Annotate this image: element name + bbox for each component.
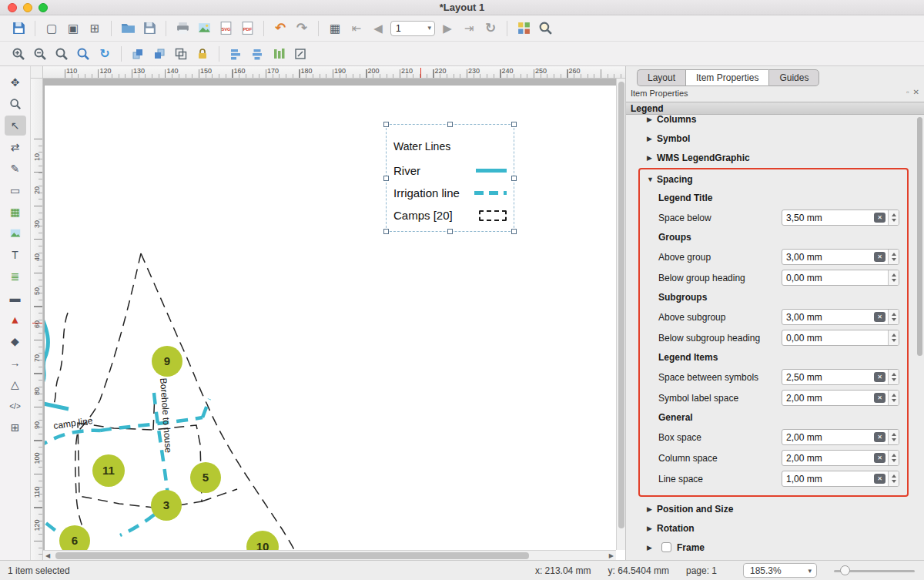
space-between-symbols-field[interactable]: 2,50 mm ✕	[782, 369, 899, 385]
clear-value-icon[interactable]: ✕	[874, 312, 886, 322]
section-frame[interactable]: ▶ Frame	[626, 538, 924, 557]
zoom-tool-button[interactable]	[5, 94, 26, 114]
legend-item[interactable]: Water Lines River Irrigation line Camps …	[386, 124, 514, 232]
clear-value-icon[interactable]: ✕	[874, 213, 886, 223]
pan-tool-button[interactable]: ✥	[5, 72, 26, 92]
column-space-field[interactable]: 2,00 mm ✕	[782, 450, 899, 466]
align-left-button[interactable]	[226, 44, 246, 64]
add-html-button[interactable]: </>	[5, 396, 26, 416]
add-items-from-template-button[interactable]	[118, 18, 138, 39]
horizontal-scrollbar[interactable]: ◀ ▶	[43, 550, 616, 560]
section-spacing[interactable]: ▼ Spacing	[640, 169, 907, 189]
export-image-button[interactable]	[194, 18, 214, 39]
scroll-left-icon[interactable]: ◀	[45, 552, 50, 559]
select-move-item-tool-button[interactable]: ↖	[5, 116, 26, 136]
zoom-out-button[interactable]	[30, 44, 50, 64]
atlas-preview-button[interactable]: ▦	[325, 18, 345, 39]
spinner[interactable]	[888, 391, 899, 405]
layout-page[interactable]: 9 11 5 3 6 10 camp line	[44, 85, 625, 560]
add-legend-button[interactable]: ≣	[5, 267, 26, 287]
lower-items-button[interactable]	[149, 44, 169, 64]
clear-value-icon[interactable]: ✕	[874, 252, 886, 262]
export-svg-button[interactable]: SVG	[216, 18, 236, 39]
atlas-refresh-button[interactable]: ↻	[480, 18, 500, 39]
resize-items-button[interactable]	[290, 44, 310, 64]
add-map-button[interactable]: ▦	[5, 202, 26, 222]
export-pdf-button[interactable]: PDF	[237, 18, 257, 39]
spinner[interactable]	[888, 430, 899, 444]
layout-manager-button[interactable]: ⊞	[85, 18, 105, 39]
zoom-level-select[interactable]: 185.3% ▾	[743, 563, 817, 578]
spinner[interactable]	[888, 250, 899, 264]
space-below-field[interactable]: 3,50 mm ✕	[782, 210, 899, 226]
selection-handle[interactable]	[511, 229, 517, 234]
symbol-label-space-field[interactable]: 2,00 mm ✕	[782, 390, 899, 406]
spinner[interactable]	[888, 210, 899, 225]
section-rotation[interactable]: ▶ Rotation	[626, 518, 924, 538]
selection-handle[interactable]	[383, 122, 389, 127]
duplicate-layout-button[interactable]: ▣	[63, 18, 83, 39]
add-north-arrow-button[interactable]: ▲	[5, 310, 26, 330]
atlas-next-feature-button[interactable]: ▶	[437, 18, 457, 39]
move-item-content-tool-button[interactable]: ⇄	[5, 137, 26, 157]
zoom-full-extent-button[interactable]	[73, 44, 93, 64]
map-item[interactable]: 9 11 5 3 6 10 camp line	[45, 85, 625, 560]
selection-handle[interactable]	[383, 176, 389, 181]
tab-guides[interactable]: Guides	[768, 69, 819, 86]
below-group-heading-field[interactable]: 0,00 mm	[782, 270, 899, 286]
spinner[interactable]	[888, 370, 899, 384]
clear-value-icon[interactable]: ✕	[874, 432, 886, 442]
zoom-slider[interactable]	[834, 565, 915, 577]
above-group-field[interactable]: 3,00 mm ✕	[782, 249, 899, 265]
clear-value-icon[interactable]: ✕	[874, 372, 886, 382]
clear-value-icon[interactable]: ✕	[874, 453, 886, 463]
edit-nodes-tool-button[interactable]: ✎	[5, 159, 26, 179]
selection-handle[interactable]	[511, 122, 517, 127]
new-layout-button[interactable]: ▢	[42, 18, 62, 39]
add-label-button[interactable]: T	[5, 245, 26, 265]
section-position-and-size[interactable]: ▶ Position and Size	[626, 499, 924, 518]
section-columns[interactable]: ▶ Columns	[626, 116, 924, 129]
save-project-button[interactable]	[8, 18, 28, 39]
atlas-settings-button[interactable]	[514, 18, 534, 39]
spinner[interactable]	[888, 451, 899, 465]
float-panel-icon[interactable]: ▫	[906, 88, 909, 96]
tab-layout[interactable]: Layout	[637, 69, 685, 86]
zoom-actual-button[interactable]	[52, 44, 72, 64]
section-symbol[interactable]: ▶ Symbol	[626, 129, 924, 148]
clear-value-icon[interactable]: ✕	[874, 474, 886, 484]
atlas-first-feature-button[interactable]: ⇤	[346, 18, 367, 39]
atlas-previous-feature-button[interactable]: ◀	[368, 18, 388, 39]
atlas-last-feature-button[interactable]: ⇥	[459, 18, 479, 39]
line-space-field[interactable]: 1,00 mm ✕	[782, 471, 899, 487]
redo-button[interactable]: ↷	[292, 18, 312, 39]
add-page-button[interactable]: ▭	[5, 180, 26, 200]
add-scalebar-button[interactable]: ▬	[5, 288, 26, 308]
add-attribute-table-button[interactable]: ⊞	[5, 417, 26, 438]
zoom-full-page-button[interactable]	[535, 18, 555, 39]
align-center-button[interactable]	[247, 44, 267, 64]
vertical-scrollbar-thumb[interactable]	[618, 82, 624, 528]
vertical-scrollbar[interactable]	[616, 79, 625, 550]
horizontal-scrollbar-thumb[interactable]	[55, 552, 529, 559]
section-wms-legendgraphic[interactable]: ▶ WMS LegendGraphic	[626, 148, 924, 167]
close-panel-icon[interactable]: ✕	[913, 88, 919, 96]
save-as-template-button[interactable]	[139, 18, 159, 39]
selection-handle[interactable]	[447, 122, 453, 127]
add-picture-button[interactable]	[5, 223, 26, 243]
box-space-field[interactable]: 2,00 mm ✕	[782, 429, 899, 445]
scroll-right-icon[interactable]: ▶	[609, 552, 614, 559]
group-items-button[interactable]	[171, 44, 191, 64]
atlas-page-input[interactable]	[390, 21, 435, 36]
undo-button[interactable]: ↶	[270, 18, 290, 39]
panel-scrollbar[interactable]	[917, 117, 922, 548]
add-shape-button[interactable]: ◆	[5, 331, 26, 351]
refresh-view-button[interactable]: ↻	[95, 44, 115, 64]
print-button[interactable]	[172, 18, 192, 39]
tab-item-properties[interactable]: Item Properties	[685, 69, 768, 86]
selection-handle[interactable]	[447, 229, 453, 234]
raise-items-button[interactable]	[128, 44, 148, 64]
panel-scrollbar-thumb[interactable]	[917, 117, 922, 356]
add-arrow-button[interactable]: →	[5, 353, 26, 373]
clear-value-icon[interactable]: ✕	[874, 393, 886, 403]
